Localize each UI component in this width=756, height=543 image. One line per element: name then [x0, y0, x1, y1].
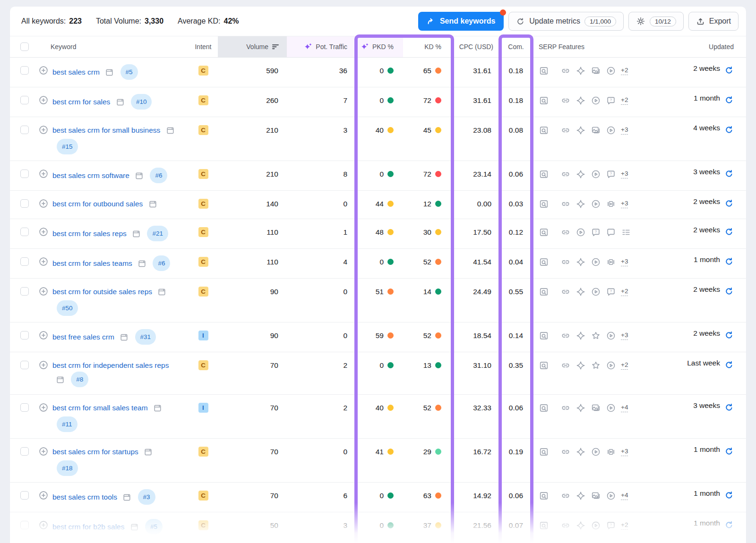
row-checkbox[interactable]	[20, 66, 29, 75]
refresh-row-icon[interactable]	[724, 257, 734, 266]
select-all-checkbox[interactable]	[20, 42, 29, 51]
refresh-row-icon[interactable]	[724, 95, 734, 105]
refresh-row-icon[interactable]	[724, 287, 734, 296]
refresh-row-icon[interactable]	[724, 447, 734, 456]
serp-snapshot-icon[interactable]	[122, 493, 131, 506]
add-keyword-icon[interactable]	[38, 65, 49, 77]
preview-icon[interactable]	[539, 257, 549, 267]
column-header-volume[interactable]: Volume	[218, 36, 287, 57]
preview-icon[interactable]	[539, 199, 549, 209]
preview-icon[interactable]	[539, 66, 549, 76]
preview-icon[interactable]	[539, 125, 549, 136]
row-checkbox[interactable]	[20, 403, 29, 412]
keyword-link[interactable]: best sales crm for small business	[52, 126, 160, 134]
serp-snapshot-icon[interactable]	[105, 68, 114, 81]
add-keyword-icon[interactable]	[38, 125, 49, 137]
add-keyword-icon[interactable]	[38, 198, 49, 211]
keyword-link[interactable]: best crm for sales	[52, 98, 110, 106]
column-header-pkd[interactable]: PKD %	[356, 36, 403, 57]
send-keywords-button[interactable]: Send keywords	[418, 12, 504, 31]
column-header-intent[interactable]: Intent	[189, 36, 218, 57]
row-checkbox[interactable]	[20, 228, 29, 236]
preview-icon[interactable]	[539, 447, 549, 457]
serp-snapshot-icon[interactable]	[120, 333, 129, 346]
row-checkbox[interactable]	[20, 199, 29, 208]
row-checkbox[interactable]	[20, 257, 29, 266]
refresh-row-icon[interactable]	[724, 199, 734, 208]
serp-snapshot-icon[interactable]	[130, 523, 139, 535]
add-keyword-icon[interactable]	[38, 490, 49, 502]
intent-badge[interactable]: C	[198, 169, 208, 179]
add-keyword-icon[interactable]	[38, 402, 49, 415]
add-keyword-icon[interactable]	[38, 227, 49, 239]
serp-snapshot-icon[interactable]	[166, 126, 175, 139]
preview-icon[interactable]	[539, 169, 549, 179]
refresh-row-icon[interactable]	[724, 520, 734, 530]
column-header-cpc[interactable]: CPC (USD)	[453, 36, 500, 57]
refresh-row-icon[interactable]	[724, 125, 734, 135]
refresh-row-icon[interactable]	[724, 227, 734, 237]
serp-snapshot-icon[interactable]	[132, 229, 141, 242]
keyword-link[interactable]: best crm for outbound sales	[52, 200, 143, 208]
keyword-link[interactable]: best sales crm	[52, 68, 100, 76]
column-header-keyword[interactable]: Keyword	[31, 36, 189, 57]
keyword-link[interactable]: best crm for outside sales reps	[52, 288, 152, 296]
intent-badge[interactable]: C	[198, 520, 208, 530]
add-keyword-icon[interactable]	[38, 330, 49, 342]
column-header-pot-traffic[interactable]: Pot. Traffic	[287, 36, 356, 57]
add-keyword-icon[interactable]	[38, 169, 49, 181]
intent-badge[interactable]: C	[198, 95, 208, 105]
intent-badge[interactable]: C	[198, 447, 208, 457]
row-checkbox[interactable]	[20, 361, 29, 369]
serp-snapshot-icon[interactable]	[137, 259, 146, 272]
row-checkbox[interactable]	[20, 331, 29, 339]
serp-snapshot-icon[interactable]	[56, 375, 65, 388]
update-metrics-button[interactable]: Update metrics 1/1,000	[508, 12, 624, 31]
intent-badge[interactable]: C	[198, 227, 208, 237]
intent-badge[interactable]: I	[198, 331, 208, 340]
row-checkbox[interactable]	[20, 126, 29, 134]
add-keyword-icon[interactable]	[38, 256, 49, 269]
row-checkbox[interactable]	[20, 287, 29, 296]
row-checkbox[interactable]	[20, 491, 29, 500]
keyword-link[interactable]: best free sales crm	[52, 333, 114, 341]
keyword-link[interactable]: best crm for small sales team	[52, 404, 148, 412]
refresh-row-icon[interactable]	[724, 360, 734, 370]
refresh-row-icon[interactable]	[724, 403, 734, 412]
add-keyword-icon[interactable]	[38, 286, 49, 298]
column-header-kd[interactable]: KD %	[403, 36, 453, 57]
serp-snapshot-icon[interactable]	[157, 288, 166, 300]
row-checkbox[interactable]	[20, 170, 29, 178]
refresh-row-icon[interactable]	[724, 491, 734, 500]
preview-icon[interactable]	[539, 491, 549, 501]
keyword-link[interactable]: best crm for b2b sales	[52, 523, 124, 531]
intent-badge[interactable]: C	[198, 287, 208, 297]
row-checkbox[interactable]	[20, 96, 29, 104]
intent-badge[interactable]: I	[198, 403, 208, 413]
serp-snapshot-icon[interactable]	[148, 200, 157, 212]
preview-icon[interactable]	[539, 287, 549, 297]
column-settings-button[interactable]: 10/12	[628, 12, 684, 31]
preview-icon[interactable]	[539, 403, 549, 413]
intent-badge[interactable]: C	[198, 257, 208, 267]
intent-badge[interactable]: C	[198, 66, 208, 76]
refresh-row-icon[interactable]	[724, 66, 734, 75]
serp-snapshot-icon[interactable]	[144, 448, 153, 460]
preview-icon[interactable]	[539, 331, 549, 341]
preview-icon[interactable]	[539, 227, 549, 238]
add-keyword-icon[interactable]	[38, 520, 49, 532]
preview-icon[interactable]	[539, 95, 549, 106]
column-header-com[interactable]: Com.	[500, 36, 532, 57]
intent-badge[interactable]: C	[198, 491, 208, 501]
intent-badge[interactable]: C	[198, 125, 208, 135]
preview-icon[interactable]	[539, 520, 549, 531]
add-keyword-icon[interactable]	[38, 446, 49, 458]
add-keyword-icon[interactable]	[38, 95, 49, 107]
keyword-link[interactable]: best crm for sales reps	[52, 229, 127, 238]
refresh-row-icon[interactable]	[724, 331, 734, 340]
keyword-link[interactable]: best crm for independent sales reps	[52, 361, 169, 369]
intent-badge[interactable]: C	[198, 360, 208, 370]
preview-icon[interactable]	[539, 360, 549, 371]
export-button[interactable]: Export	[688, 12, 739, 31]
row-checkbox[interactable]	[20, 521, 29, 529]
